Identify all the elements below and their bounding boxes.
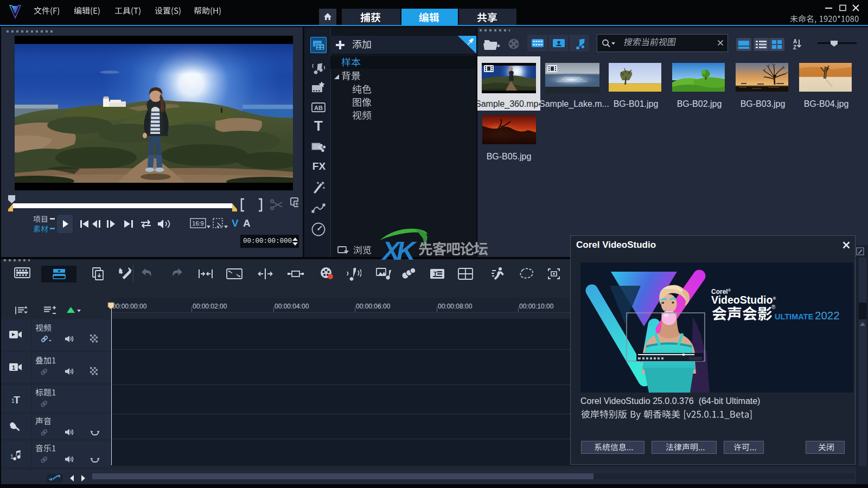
- svg-text:ULTIMATE: ULTIMATE: [775, 312, 813, 321]
- svg-text:Z: Z: [793, 44, 796, 50]
- svg-text:T: T: [314, 118, 323, 134]
- svg-text:A: A: [793, 38, 797, 44]
- svg-text:1: 1: [12, 364, 15, 371]
- svg-text:16:9: 16:9: [192, 220, 203, 227]
- svg-text:V: V: [232, 217, 239, 229]
- svg-text:®: ®: [771, 304, 776, 310]
- svg-text:T: T: [14, 394, 20, 405]
- svg-text:VideoStudio®: VideoStudio®: [711, 294, 776, 306]
- svg-text:AB: AB: [314, 105, 323, 111]
- svg-text:XK: XK: [381, 236, 417, 264]
- svg-text:2022: 2022: [815, 309, 840, 322]
- svg-text:A: A: [243, 217, 251, 229]
